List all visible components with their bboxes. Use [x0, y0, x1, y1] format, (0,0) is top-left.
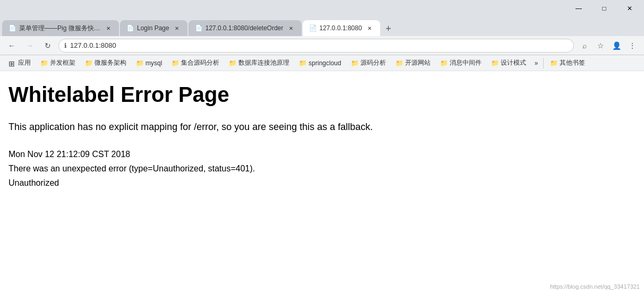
close-button[interactable]: ✕ — [617, 0, 642, 17]
bookmark-6[interactable]: 📁 springcloud — [295, 57, 345, 69]
tab-2[interactable]: 📄 Login Page ✕ — [120, 20, 187, 36]
bookmark-apps[interactable]: ⊞ 应用 — [4, 57, 35, 69]
tab-label-2: Login Page — [137, 24, 169, 32]
back-button[interactable]: ← — [4, 38, 19, 53]
folder-icon-9: 📁 — [440, 59, 448, 67]
more-bookmarks-icon: » — [535, 59, 538, 67]
tab-label-4: 127.0.0.1:8080 — [320, 24, 362, 32]
minimize-button[interactable]: — — [566, 0, 591, 17]
folder-icon-1: 📁 — [40, 59, 48, 67]
title-bar: — □ ✕ — [0, 0, 644, 17]
forward-button[interactable]: → — [22, 38, 37, 53]
bookmark-label-9: 消息中间件 — [450, 58, 482, 67]
folder-icon-6: 📁 — [299, 59, 306, 67]
tab-3[interactable]: 📄 127.0.0.1:8080/deleteOrder ✕ — [188, 20, 302, 36]
tab-label-3: 127.0.0.1:8080/deleteOrder — [205, 24, 284, 32]
search-icon-button[interactable]: ⌕ — [577, 38, 592, 53]
tab-favicon-4: 📄 — [309, 24, 316, 32]
folder-icon-8: 📁 — [396, 59, 403, 67]
bookmark-label-8: 开源网站 — [405, 58, 431, 67]
bookmarks-more-button[interactable]: » — [531, 57, 542, 69]
tab-label-1: 菜单管理——Pig 微服务快开发... — [19, 24, 101, 33]
apps-grid-icon: ⊞ — [8, 59, 16, 67]
error-timestamp: Mon Nov 12 21:12:09 CST 2018 — [8, 147, 636, 161]
bookmark-label-6: springcloud — [308, 59, 341, 67]
bookmark-2[interactable]: 📁 微服务架构 — [81, 57, 131, 69]
tab-favicon-1: 📄 — [8, 24, 16, 32]
error-type-line: Unauthorized — [8, 176, 636, 190]
tab-close-2[interactable]: ✕ — [173, 24, 181, 32]
tab-4[interactable]: 📄 127.0.0.1:8080 ✕ — [303, 20, 380, 36]
toolbar-icons: ⌕ ☆ 👤 ⋮ — [577, 38, 640, 53]
watermark-text: https://blog.csdn.net/qq_33417321 — [550, 283, 640, 290]
bookmark-9[interactable]: 📁 消息中间件 — [436, 57, 486, 69]
maximize-button[interactable]: □ — [592, 0, 616, 17]
window-chrome: — □ ✕ 📄 菜单管理——Pig 微服务快开发... ✕ 📄 Login Pa… — [0, 0, 644, 71]
bookmark-1[interactable]: 📁 并发框架 — [36, 57, 80, 69]
folder-icon-10: 📁 — [491, 59, 499, 67]
info-icon: ℹ — [64, 42, 67, 49]
tab-favicon-3: 📄 — [195, 24, 202, 32]
bookmark-10[interactable]: 📁 设计模式 — [487, 57, 530, 69]
tab-close-4[interactable]: ✕ — [365, 24, 374, 32]
error-detail-line: There was an unexpected error (type=Unau… — [8, 161, 636, 176]
bookmark-label-apps: 应用 — [18, 58, 31, 67]
tab-close-3[interactable]: ✕ — [287, 24, 295, 32]
error-details: Mon Nov 12 21:12:09 CST 2018 There was a… — [8, 147, 636, 191]
folder-icon-4: 📁 — [171, 59, 179, 67]
tab-bar: 📄 菜单管理——Pig 微服务快开发... ✕ 📄 Login Page ✕ 📄… — [0, 17, 644, 36]
bookmark-label-10: 设计模式 — [501, 58, 526, 67]
bookmark-label-5: 数据库连接池原理 — [238, 58, 289, 67]
bookmark-label-3: mysql — [145, 59, 162, 67]
tab-favicon-2: 📄 — [126, 24, 134, 32]
page-content: Whitelabel Error Page This application h… — [0, 71, 644, 201]
bookmark-5[interactable]: 📁 数据库连接池原理 — [225, 57, 294, 69]
folder-icon-5: 📁 — [229, 59, 236, 67]
error-title: Whitelabel Error Page — [8, 82, 636, 107]
folder-icon-2: 📁 — [85, 59, 92, 67]
bookmark-label-7: 源码分析 — [360, 58, 386, 67]
tab-close-1[interactable]: ✕ — [104, 24, 113, 32]
bookmark-7[interactable]: 📁 源码分析 — [347, 57, 390, 69]
bookmark-label-4: 集合源码分析 — [181, 58, 219, 67]
folder-icon-3: 📁 — [136, 59, 143, 67]
bookmarks-bar: ⊞ 应用 📁 并发框架 📁 微服务架构 📁 mysql 📁 集合源码分析 📁 数… — [0, 55, 644, 71]
bookmark-label-other: 其他书签 — [560, 58, 585, 67]
window-controls: — □ ✕ — [566, 0, 642, 17]
bookmark-other[interactable]: 📁 其他书签 — [546, 57, 589, 69]
profile-button[interactable]: 👤 — [609, 38, 624, 53]
tab-1[interactable]: 📄 菜单管理——Pig 微服务快开发... ✕ — [2, 20, 119, 36]
bookmark-8[interactable]: 📁 开源网站 — [391, 57, 435, 69]
address-bar: ← → ↻ ℹ 127.0.0.1:8080 ⌕ ☆ 👤 ⋮ — [0, 36, 644, 55]
bookmark-3[interactable]: 📁 mysql — [132, 57, 166, 69]
more-options-button[interactable]: ⋮ — [625, 38, 640, 53]
url-input[interactable]: ℹ 127.0.0.1:8080 — [58, 39, 574, 53]
refresh-button[interactable]: ↻ — [40, 38, 55, 53]
url-text: 127.0.0.1:8080 — [70, 41, 568, 49]
bookmark-4[interactable]: 📁 集合源码分析 — [167, 57, 224, 69]
bookmark-separator — [543, 58, 544, 68]
folder-icon-other: 📁 — [550, 59, 557, 67]
error-description: This application has no explicit mapping… — [8, 120, 636, 134]
watermark: https://blog.csdn.net/qq_33417321 — [550, 283, 640, 290]
folder-icon-7: 📁 — [351, 59, 358, 67]
new-tab-button[interactable]: + — [381, 21, 396, 36]
bookmark-label-1: 并发框架 — [50, 58, 75, 67]
bookmark-label-2: 微服务架构 — [95, 58, 126, 67]
bookmark-star-button[interactable]: ☆ — [593, 38, 608, 53]
